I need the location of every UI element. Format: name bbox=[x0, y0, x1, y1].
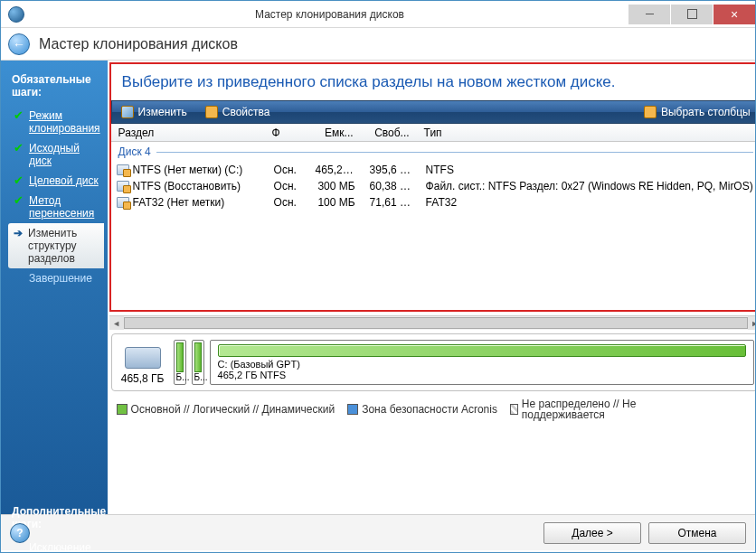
table-row[interactable]: FAT32 (Нет метки) Осн. 100 МБ 71,61 МБ F… bbox=[111, 194, 756, 211]
cancel-button[interactable]: Отмена bbox=[648, 522, 746, 544]
partition-bar-main[interactable]: C: (Базовый GPT) 465,2 ГБ NTFS bbox=[210, 340, 754, 385]
volume-icon bbox=[117, 197, 129, 208]
check-icon: ✔ bbox=[14, 174, 24, 187]
partition-bar-small[interactable]: Б... bbox=[174, 340, 186, 385]
step-finish: ✔ Завершение bbox=[8, 268, 104, 288]
col-free[interactable]: Своб... bbox=[361, 127, 417, 139]
columns-icon bbox=[644, 106, 657, 118]
pencil-icon bbox=[121, 106, 134, 118]
step-target-disk[interactable]: ✔ Целевой диск bbox=[8, 171, 104, 191]
col-partition[interactable]: Раздел bbox=[111, 127, 265, 139]
instruction-text: Выберите из приведенного списка разделы … bbox=[111, 64, 756, 100]
choose-columns-button[interactable]: Выбрать столбцы bbox=[635, 101, 756, 123]
disk-group-header[interactable]: Диск 4 bbox=[111, 142, 756, 162]
properties-icon bbox=[205, 106, 218, 118]
close-button[interactable]: × bbox=[713, 5, 755, 24]
col-type[interactable]: Тип bbox=[417, 127, 756, 139]
legend-unalloc-icon bbox=[510, 404, 518, 415]
scroll-left-icon[interactable]: ◄ bbox=[109, 316, 124, 330]
volume-icon bbox=[117, 181, 129, 192]
table-header: Раздел Ф Емк... Своб... Тип bbox=[111, 124, 756, 142]
disk-icon-box: 465,8 ГБ bbox=[118, 340, 168, 385]
footer: ? Далее > Отмена bbox=[1, 514, 755, 550]
next-button[interactable]: Далее > bbox=[543, 522, 641, 544]
horizontal-scrollbar[interactable]: ◄ ► bbox=[109, 315, 756, 330]
sidebar-section-mandatory: Обязательные шаги: bbox=[12, 73, 108, 98]
step-change-structure[interactable]: ➔ Изменить структуру разделов bbox=[8, 223, 104, 268]
disk-layout: 465,8 ГБ Б... Б... C: (Базовый GPT) 465,… bbox=[111, 333, 756, 391]
toolbar: Изменить Свойства Выбрать столбцы bbox=[111, 100, 756, 124]
wizard-header: ← Мастер клонирования дисков bbox=[1, 28, 755, 61]
check-icon: ✔ bbox=[14, 194, 24, 207]
edit-button[interactable]: Изменить bbox=[112, 101, 196, 123]
step-clone-mode[interactable]: ✔ Режим клонирования bbox=[8, 106, 104, 138]
disk-icon bbox=[125, 347, 161, 369]
properties-button[interactable]: Свойства bbox=[196, 101, 279, 123]
legend-primary-icon bbox=[117, 404, 128, 415]
step-source-disk[interactable]: ✔ Исходный диск bbox=[8, 138, 104, 171]
help-icon[interactable]: ? bbox=[10, 523, 30, 543]
table-row[interactable]: NTFS (Нет метки) (C:) Осн. 465,2 ГБ 395,… bbox=[111, 162, 756, 178]
legend-zone-icon bbox=[347, 404, 358, 415]
step-transfer-method[interactable]: ✔ Метод перенесения bbox=[8, 191, 104, 223]
content-panel: Выберите из приведенного списка разделы … bbox=[108, 61, 756, 514]
app-icon bbox=[8, 6, 24, 23]
partition-bar-small[interactable]: Б... bbox=[192, 340, 204, 385]
arrow-right-icon: ➔ bbox=[14, 227, 23, 239]
table-row[interactable]: NTFS (Восстановить) Осн. 300 МБ 60,38 МБ… bbox=[111, 178, 756, 194]
back-button[interactable]: ← bbox=[8, 33, 30, 55]
volume-icon bbox=[117, 164, 129, 175]
wizard-title: Мастер клонирования дисков bbox=[39, 36, 238, 52]
maximize-button[interactable] bbox=[671, 5, 713, 24]
scroll-thumb[interactable] bbox=[124, 317, 748, 329]
minimize-button[interactable] bbox=[628, 5, 670, 24]
scroll-right-icon[interactable]: ► bbox=[748, 316, 756, 330]
titlebar: Мастер клонирования дисков × bbox=[1, 1, 755, 28]
sidebar: Обязательные шаги: ✔ Режим клонирования … bbox=[1, 61, 108, 514]
highlight-box: Выберите из приведенного списка разделы … bbox=[109, 62, 756, 312]
col-phi[interactable]: Ф bbox=[265, 127, 307, 139]
legend: Основной // Логический // Динамический З… bbox=[108, 391, 756, 427]
check-icon: ✔ bbox=[14, 142, 24, 155]
window-title: Мастер клонирования дисков bbox=[32, 8, 628, 21]
check-icon: ✔ bbox=[14, 109, 24, 122]
col-capacity[interactable]: Емк... bbox=[307, 127, 361, 139]
